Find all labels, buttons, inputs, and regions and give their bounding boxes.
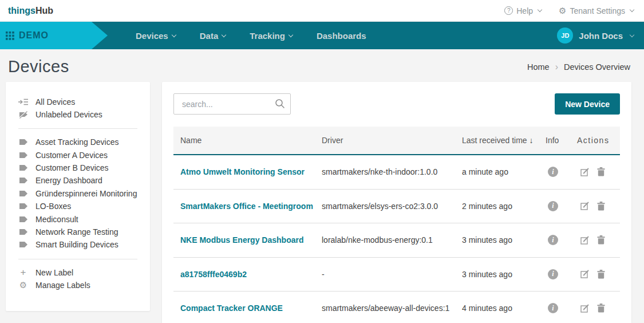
chevron-down-icon [171, 32, 176, 37]
chevron-down-icon [630, 7, 634, 12]
sidebar-label-item[interactable]: Customer B Devices [6, 162, 150, 174]
tag-icon [18, 215, 28, 224]
sidebar-label-item[interactable]: LO-Boxes [6, 200, 150, 212]
device-name-link[interactable]: SmartMakers Office - Meetingroom [180, 202, 313, 211]
tag-icon [18, 189, 28, 198]
device-last-received: a minute ago [462, 167, 546, 176]
sidebar-label-item[interactable]: Gründerspinnerei Monitoring [6, 187, 150, 200]
device-name-link[interactable]: Atmo Umwelt Monitoring Sensor [180, 167, 305, 176]
nav-item-data[interactable]: Data [200, 31, 226, 41]
tag-icon [18, 227, 28, 237]
chevron-down-icon [222, 32, 226, 37]
device-driver: - [322, 270, 462, 279]
device-name-link[interactable]: Compact Tracker ORANGE [180, 304, 283, 313]
sidebar-item-label: Energy Dashboard [35, 176, 102, 185]
delete-icon[interactable] [597, 202, 605, 211]
table-header: Name Driver Last received time↓ Info Act… [173, 127, 620, 155]
device-name-link[interactable]: a81758fffe0469b2 [180, 270, 247, 279]
table-row: NKE Modbus Energy Dashboard loralab/nke-… [173, 223, 620, 258]
info-icon[interactable]: i [548, 269, 558, 279]
info-icon[interactable]: i [548, 303, 558, 313]
device-driver: smartmakers/elsys-ers-co2:3.0.0 [322, 202, 462, 211]
delete-icon[interactable] [597, 167, 605, 176]
column-header-info: Info [546, 136, 577, 145]
breadcrumb-home[interactable]: Home [527, 62, 550, 72]
tag-icon [18, 176, 28, 185]
divider [18, 259, 137, 259]
sidebar-item-label: Customer B Devices [35, 163, 109, 172]
search-icon [275, 99, 285, 111]
tenant-name: DEMO [19, 30, 49, 41]
column-header-actions: Actions [577, 136, 618, 145]
nav-item-tracking[interactable]: Tracking [250, 31, 293, 41]
sidebar-item-unlabeled-devices[interactable]: Unlabeled Devices [6, 108, 150, 121]
sidebar-item-manage-labels[interactable]: ⚙ Manage Labels [6, 279, 150, 292]
user-menu[interactable]: JD John Docs [557, 27, 634, 44]
table-body: Atmo Umwelt Monitoring Sensor smartmaker… [173, 155, 620, 323]
devices-panel: New Device Name Driver Last received tim… [162, 82, 631, 323]
sidebar-label-item[interactable]: Network Range Testing [6, 226, 150, 238]
sidebar-item-label: All Devices [35, 97, 75, 107]
tag-icon [18, 202, 28, 211]
device-last-received: 3 minutes ago [462, 270, 546, 279]
nav-item-devices[interactable]: Devices [136, 31, 176, 41]
tenant-settings-menu[interactable]: ⚙ Tenant Settings [559, 6, 634, 15]
sidebar-label-item[interactable]: Energy Dashboard [6, 174, 150, 187]
breadcrumb: Home › Devices Overview [527, 62, 630, 72]
sidebar-item-label: Manage Labels [35, 281, 90, 290]
sidebar-item-all-devices[interactable]: All Devices [6, 96, 150, 108]
help-label: Help [516, 6, 533, 15]
breadcrumb-current: Devices Overview [564, 62, 630, 72]
device-last-received: 3 minutes ago [462, 235, 546, 245]
table-row: Compact Tracker ORANGE smartmakers/abeew… [173, 292, 620, 323]
delete-icon[interactable] [597, 304, 605, 313]
top-bar: thingsHub ? Help ⚙ Tenant Settings [0, 0, 644, 22]
column-header-driver[interactable]: Driver [322, 136, 462, 145]
edit-icon[interactable] [580, 304, 590, 313]
info-icon[interactable]: i [548, 235, 558, 245]
sidebar-label-item[interactable]: Customer A Devices [6, 148, 150, 161]
info-icon[interactable]: i [548, 167, 558, 177]
tag-icon [18, 137, 28, 147]
device-name-link[interactable]: NKE Modbus Energy Dashboard [180, 235, 303, 245]
main-navbar: DEMO DevicesDataTrackingDashboards JD Jo… [0, 22, 644, 49]
grid-icon [6, 31, 14, 40]
sidebar-item-label: LO-Boxes [35, 202, 71, 211]
sidebar-label-item[interactable]: Mediconsult [6, 212, 150, 225]
chevron-down-icon [538, 7, 542, 12]
device-driver: smartmakers/nke-th-indoor:1.0.0 [322, 167, 462, 176]
edit-icon[interactable] [580, 269, 590, 279]
delete-icon[interactable] [597, 270, 605, 279]
divider [18, 128, 137, 129]
edit-icon[interactable] [580, 235, 590, 245]
sidebar-label-item[interactable]: Asset Tracking Devices [6, 136, 150, 148]
column-header-last-received-time[interactable]: Last received time↓ [462, 136, 546, 145]
table-row: SmartMakers Office - Meetingroom smartma… [173, 190, 620, 224]
chevron-down-icon [630, 32, 634, 37]
avatar: JD [557, 27, 573, 44]
device-driver: loralab/nke-modbus-energy:0.1 [322, 235, 462, 245]
edit-icon[interactable] [580, 201, 590, 211]
tenant-tab-demo[interactable]: DEMO [0, 22, 108, 49]
device-last-received: 2 minutes ago [462, 202, 546, 211]
tenant-settings-label: Tenant Settings [570, 6, 625, 15]
info-icon[interactable]: i [548, 201, 558, 211]
gear-icon: ⚙ [559, 6, 566, 15]
devices-table: Name Driver Last received time↓ Info Act… [173, 127, 620, 323]
tag-icon [18, 240, 28, 249]
new-device-button[interactable]: New Device [555, 93, 620, 115]
help-menu[interactable]: ? Help [504, 6, 542, 15]
sort-desc-icon: ↓ [530, 136, 534, 145]
nav-item-dashboards[interactable]: Dashboards [317, 31, 366, 41]
sidebar-item-new-label[interactable]: + New Label [6, 266, 150, 279]
delete-icon[interactable] [597, 235, 605, 245]
chevron-down-icon [289, 32, 293, 37]
sidebar-item-label: New Label [35, 268, 73, 277]
edit-icon[interactable] [580, 167, 590, 177]
sidebar-label-item[interactable]: Smart Building Devices [6, 238, 150, 251]
table-row: Atmo Umwelt Monitoring Sensor smartmaker… [173, 155, 620, 190]
thingshub-logo[interactable]: thingsHub [8, 6, 53, 16]
column-header-name[interactable]: Name [173, 136, 322, 145]
labels-sidebar: All Devices Unlabeled Devices Asset Trac… [6, 82, 150, 311]
search-input[interactable] [173, 93, 291, 115]
